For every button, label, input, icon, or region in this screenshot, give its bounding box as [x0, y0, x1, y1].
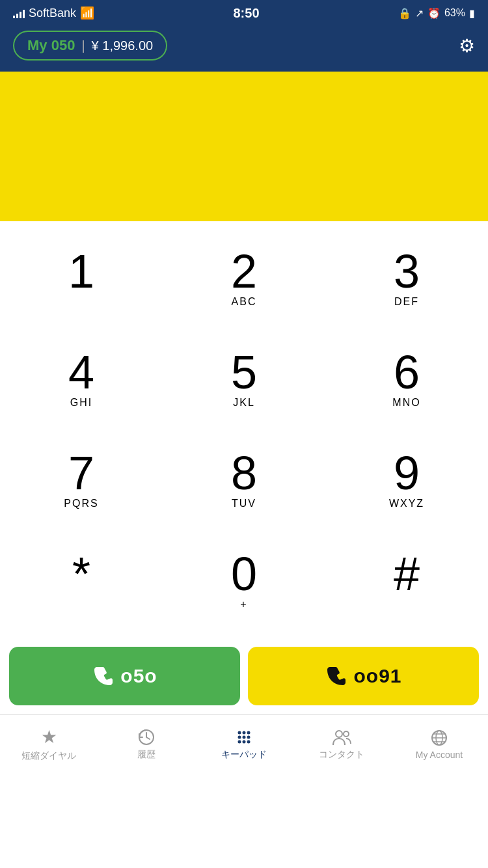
tab-contacts-label: コンタクト	[319, 749, 364, 761]
alarm-icon: ⏰	[427, 7, 441, 20]
tab-my-account[interactable]: My Account	[394, 729, 485, 760]
phone-050-icon	[92, 664, 115, 688]
wifi-icon: 📶	[80, 6, 94, 20]
phone-0091-icon	[325, 664, 348, 688]
contacts-icon	[332, 728, 351, 746]
keypad-row-2: 4 GHI 5 JKL 6 MNO	[0, 329, 488, 429]
key-1[interactable]: 1	[16, 233, 146, 324]
status-time: 8:50	[233, 6, 259, 21]
star-icon: ★	[41, 726, 57, 748]
svg-point-10	[336, 731, 342, 737]
svg-point-8	[243, 740, 246, 743]
tab-keypad[interactable]: キーパッド	[198, 728, 290, 761]
tab-bar: ★ 短縮ダイヤル 履歴 キーパッド	[0, 714, 488, 780]
balance-label: ¥ 1,996.00	[92, 38, 154, 53]
tab-contacts[interactable]: コンタクト	[296, 728, 387, 761]
key-9[interactable]: 9 WXYZ	[342, 435, 472, 526]
key-8[interactable]: 8 TUV	[179, 435, 309, 526]
battery-label: 63%	[444, 7, 465, 19]
lock-icon: 🔒	[398, 7, 411, 20]
call-0091-button[interactable]: oo91	[248, 647, 479, 705]
status-left: SoftBank 📶	[13, 6, 94, 20]
ad-banner	[0, 72, 488, 221]
keypad-row-1: 1 2 ABC 3 DEF	[0, 228, 488, 329]
status-bar: SoftBank 📶 8:50 🔒 ↗ ⏰ 63% ▮	[0, 0, 488, 26]
svg-point-1	[238, 731, 241, 734]
call-buttons: o5o oo91	[0, 638, 488, 714]
status-right: 🔒 ↗ ⏰ 63% ▮	[398, 7, 475, 20]
tab-keypad-label: キーパッド	[221, 749, 267, 761]
battery-icon: ▮	[469, 7, 475, 20]
keypad-icon	[235, 728, 253, 746]
keypad: 1 2 ABC 3 DEF 4 GHI 5 JKL 6 MNO 7 PQRS	[0, 221, 488, 638]
settings-button[interactable]: ⚙	[459, 35, 475, 57]
key-3[interactable]: 3 DEF	[342, 233, 472, 324]
key-5[interactable]: 5 JKL	[179, 334, 309, 425]
svg-point-11	[344, 731, 349, 737]
svg-point-4	[238, 735, 241, 739]
globe-icon	[430, 729, 448, 747]
svg-point-7	[238, 740, 241, 743]
keypad-row-4: * 0 + #	[0, 530, 488, 631]
svg-point-5	[243, 735, 246, 739]
header: My 050 | ¥ 1,996.00 ⚙	[0, 26, 488, 72]
tab-speed-dial[interactable]: ★ 短縮ダイヤル	[3, 726, 94, 762]
location-icon: ↗	[415, 7, 424, 20]
tab-history[interactable]: 履歴	[101, 728, 192, 761]
tab-my-account-label: My Account	[416, 750, 463, 760]
call-050-button[interactable]: o5o	[9, 647, 240, 705]
svg-point-2	[243, 731, 246, 734]
svg-point-6	[247, 735, 251, 739]
key-0[interactable]: 0 +	[179, 536, 309, 627]
svg-point-3	[247, 731, 251, 734]
key-2[interactable]: 2 ABC	[179, 233, 309, 324]
key-6[interactable]: 6 MNO	[342, 334, 472, 425]
key-7[interactable]: 7 PQRS	[16, 435, 146, 526]
account-badge: My 050 | ¥ 1,996.00	[13, 31, 167, 61]
badge-label: My 050	[27, 37, 75, 54]
carrier-label: SoftBank	[29, 7, 76, 20]
key-4[interactable]: 4 GHI	[16, 334, 146, 425]
tab-history-label: 履歴	[137, 749, 156, 761]
key-star[interactable]: *	[16, 536, 146, 627]
history-icon	[137, 728, 156, 746]
signal-icon	[13, 8, 25, 18]
svg-point-9	[247, 740, 251, 743]
tab-speed-dial-label: 短縮ダイヤル	[21, 750, 76, 762]
key-hash[interactable]: #	[342, 536, 472, 627]
keypad-row-3: 7 PQRS 8 TUV 9 WXYZ	[0, 429, 488, 530]
